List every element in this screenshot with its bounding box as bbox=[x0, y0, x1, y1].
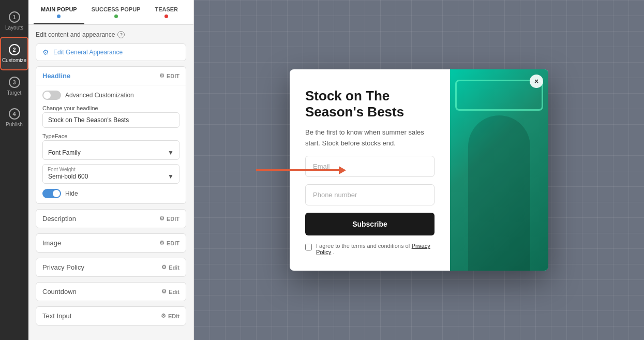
hide-row: Hide bbox=[42, 189, 179, 198]
image-section-header: Image ⚙ EDIT bbox=[36, 234, 186, 252]
nav-label-publish: Publish bbox=[6, 122, 23, 127]
image-gear-icon: ⚙ bbox=[159, 240, 164, 246]
description-section: Description ⚙ EDIT bbox=[36, 209, 186, 228]
description-title: Description bbox=[42, 215, 76, 223]
nav-label-customize: Customize bbox=[2, 57, 26, 63]
popup-phone-input[interactable] bbox=[305, 184, 435, 205]
typeface-label: TypeFace bbox=[42, 133, 179, 139]
tab-success-popup[interactable]: SUCCESS POPUP bbox=[84, 0, 148, 24]
arrow-head bbox=[339, 166, 346, 174]
privacy-row: I agree to the terms and conditions of P… bbox=[305, 243, 435, 255]
headline-gear-icon: ⚙ bbox=[159, 72, 164, 79]
text-input-gear-icon: ⚙ bbox=[161, 313, 166, 319]
text-input-edit-button[interactable]: ⚙ EDit bbox=[161, 313, 179, 319]
popup-description: Be the first to know when summer sales s… bbox=[305, 127, 435, 149]
nav-label-layouts: Layouts bbox=[5, 25, 23, 31]
hide-label: Hide bbox=[65, 190, 78, 197]
arrow-line bbox=[256, 169, 339, 171]
sidebar-item-publish[interactable]: 4 Publish bbox=[0, 102, 28, 134]
chevron-down-icon: ▼ bbox=[168, 149, 174, 156]
figure-shape bbox=[468, 115, 530, 271]
privacy-policy-gear-icon: ⚙ bbox=[161, 264, 167, 271]
image-edit-button[interactable]: ⚙ EDIT bbox=[159, 240, 179, 246]
description-gear-icon: ⚙ bbox=[159, 215, 164, 222]
tab-dot-teaser bbox=[164, 14, 168, 18]
font-weight-chevron-icon: ▼ bbox=[168, 173, 174, 180]
font-family-wrapper: Font Family ▼ bbox=[42, 140, 179, 160]
headline-title: Headline bbox=[42, 72, 70, 80]
privacy-policy-edit-button[interactable]: ⚙ Edit bbox=[161, 264, 179, 271]
arrow-indicator bbox=[256, 166, 346, 174]
subscribe-button[interactable]: Subscribe bbox=[305, 213, 435, 235]
countdown-gear-icon: ⚙ bbox=[161, 288, 167, 295]
text-input-section: Text Input ⚙ EDit bbox=[36, 306, 186, 326]
tab-main-popup[interactable]: MAIN POPUP bbox=[34, 0, 84, 24]
sidebar-item-target[interactable]: 3 Target bbox=[0, 70, 28, 102]
privacy-policy-section-header: Privacy Policy ⚙ Edit bbox=[36, 258, 186, 276]
tab-bar: MAIN POPUP SUCCESS POPUP TEASER bbox=[28, 0, 193, 25]
headline-section: Headline ⚙ EDIT Advanced Customization C… bbox=[36, 66, 186, 204]
privacy-checkbox[interactable] bbox=[305, 244, 312, 250]
advanced-customization-row: Advanced Customization bbox=[42, 91, 179, 100]
privacy-policy-title: Privacy Policy bbox=[42, 263, 84, 271]
headline-text-input[interactable] bbox=[42, 112, 179, 128]
headline-edit-button[interactable]: ⚙ EDIT bbox=[159, 72, 179, 79]
font-weight-wrapper: Font Weight Semi-bold 600 ▼ bbox=[42, 164, 179, 184]
edit-content-label: Edit content and appearance ? bbox=[36, 31, 186, 38]
description-edit-button[interactable]: ⚙ EDIT bbox=[159, 215, 179, 222]
font-weight-label: Font Weight bbox=[48, 167, 76, 172]
change-headline-label: Change your headline bbox=[42, 105, 179, 111]
text-input-section-header: Text Input ⚙ EDit bbox=[36, 307, 186, 325]
font-family-select[interactable]: Font Family ▼ bbox=[42, 140, 179, 160]
popup-title: Stock on The Season's Bests bbox=[305, 88, 435, 120]
description-section-header: Description ⚙ EDIT bbox=[36, 210, 186, 228]
countdown-section-header: Countdown ⚙ Edit bbox=[36, 283, 186, 301]
tab-dot-main-popup bbox=[57, 14, 61, 18]
privacy-policy-section: Privacy Policy ⚙ Edit bbox=[36, 258, 186, 277]
edit-general-appearance-button[interactable]: ⚙ Edit General Appearance bbox=[36, 43, 186, 61]
image-section: Image ⚙ EDIT bbox=[36, 233, 186, 253]
text-input-title: Text Input bbox=[42, 312, 71, 320]
nav-num-2: 2 bbox=[9, 44, 20, 55]
hide-toggle[interactable] bbox=[42, 189, 61, 198]
sidebar-item-customize[interactable]: 2 Customize bbox=[0, 37, 28, 70]
nav-num-4: 4 bbox=[9, 108, 20, 120]
sidebar-item-layouts[interactable]: 1 Layouts bbox=[0, 5, 28, 37]
popup-close-button[interactable]: × bbox=[530, 75, 543, 88]
countdown-title: Countdown bbox=[42, 288, 77, 295]
image-title: Image bbox=[42, 239, 61, 247]
change-headline-field: Change your headline bbox=[42, 105, 179, 128]
panel-body: Edit content and appearance ? ⚙ Edit Gen… bbox=[28, 25, 193, 340]
nav-sidebar: 1 Layouts 2 Customize 3 Target 4 Publish bbox=[0, 0, 28, 340]
tab-teaser[interactable]: TEASER bbox=[147, 0, 185, 24]
countdown-edit-button[interactable]: ⚙ Edit bbox=[161, 288, 179, 295]
nav-num-1: 1 bbox=[9, 11, 20, 23]
nav-label-target: Target bbox=[7, 90, 22, 96]
privacy-text: I agree to the terms and conditions of P… bbox=[316, 243, 435, 255]
advanced-customization-label: Advanced Customization bbox=[65, 92, 134, 99]
countdown-section: Countdown ⚙ Edit bbox=[36, 282, 186, 301]
headline-section-content: Advanced Customization Change your headl… bbox=[36, 85, 186, 203]
popup-right: × bbox=[450, 69, 548, 271]
side-panel: MAIN POPUP SUCCESS POPUP TEASER Edit con… bbox=[28, 0, 194, 340]
popup-image bbox=[450, 69, 548, 271]
advanced-customization-toggle[interactable] bbox=[42, 91, 61, 100]
main-canvas: Stock on The Season's Bests Be the first… bbox=[194, 0, 644, 340]
gear-icon: ⚙ bbox=[42, 48, 49, 56]
nav-num-3: 3 bbox=[9, 77, 20, 88]
tab-dot-success-popup bbox=[114, 14, 118, 18]
typeface-section: TypeFace Font Family ▼ Font Weight Semi-… bbox=[42, 133, 179, 184]
help-icon[interactable]: ? bbox=[117, 31, 125, 38]
headline-section-header: Headline ⚙ EDIT bbox=[36, 67, 186, 85]
